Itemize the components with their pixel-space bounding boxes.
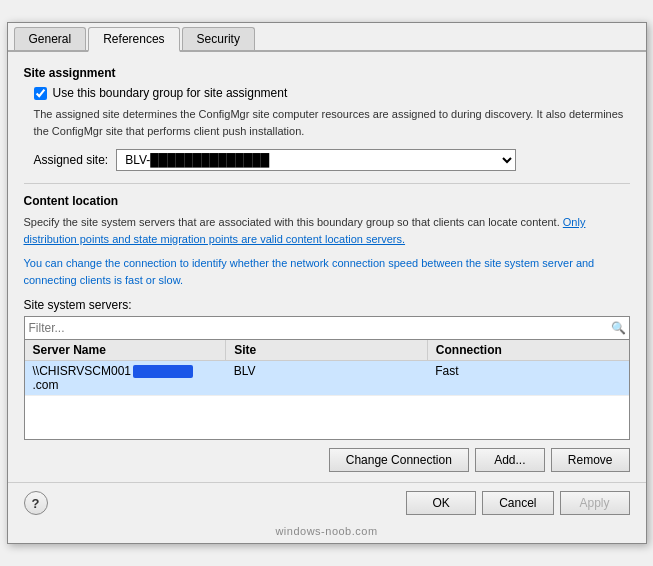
- site-assignment-title: Site assignment: [24, 66, 630, 80]
- site-assignment-label: Use this boundary group for site assignm…: [53, 86, 288, 100]
- bottom-bar: ? OK Cancel Apply: [8, 482, 646, 523]
- col-header-site: Site: [226, 340, 428, 360]
- cell-site: BLV: [226, 361, 427, 395]
- table-buttons: Change Connection Add... Remove: [24, 448, 630, 472]
- tab-bar: General References Security: [8, 23, 646, 52]
- cell-server: \\CHISRVSCM001.com: [25, 361, 226, 395]
- remove-button[interactable]: Remove: [551, 448, 630, 472]
- tab-security[interactable]: Security: [182, 27, 255, 50]
- ok-button[interactable]: OK: [406, 491, 476, 515]
- assigned-site-label: Assigned site:: [34, 153, 109, 167]
- site-system-servers-label: Site system servers:: [24, 298, 630, 312]
- content-area: Site assignment Use this boundary group …: [8, 52, 646, 482]
- search-icon: 🔍: [609, 317, 629, 339]
- site-assignment-checkbox[interactable]: [34, 87, 47, 100]
- apply-button[interactable]: Apply: [560, 491, 630, 515]
- cancel-button[interactable]: Cancel: [482, 491, 553, 515]
- add-button[interactable]: Add...: [475, 448, 545, 472]
- col-header-server: Server Name: [25, 340, 227, 360]
- assigned-site-dropdown[interactable]: BLV-██████████████: [116, 149, 516, 171]
- filter-row: 🔍: [24, 316, 630, 340]
- bottom-right-buttons: OK Cancel Apply: [406, 491, 629, 515]
- help-button[interactable]: ?: [24, 491, 48, 515]
- server-table: Server Name Site Connection \\CHISRVSCM0…: [24, 340, 630, 440]
- change-connection-button[interactable]: Change Connection: [329, 448, 469, 472]
- table-row[interactable]: \\CHISRVSCM001.com BLV Fast: [25, 361, 629, 396]
- content-location-info1: Specify the site system servers that are…: [24, 214, 630, 247]
- filter-input[interactable]: [25, 317, 609, 339]
- divider: [24, 183, 630, 184]
- cell-connection: Fast: [427, 361, 628, 395]
- table-header: Server Name Site Connection: [25, 340, 629, 361]
- tab-references[interactable]: References: [88, 27, 179, 52]
- content-location-info2: You can change the connection to identif…: [24, 255, 630, 288]
- assigned-site-row: Assigned site: BLV-██████████████: [34, 149, 630, 171]
- col-header-connection: Connection: [428, 340, 629, 360]
- assigned-site-dropdown-wrapper: BLV-██████████████: [116, 149, 516, 171]
- checkbox-row: Use this boundary group for site assignm…: [34, 86, 630, 100]
- watermark: windows-noob.com: [8, 523, 646, 543]
- site-assignment-description: The assigned site determines the ConfigM…: [34, 106, 630, 139]
- dialog: General References Security Site assignm…: [7, 22, 647, 544]
- tab-general[interactable]: General: [14, 27, 87, 50]
- content-location-title: Content location: [24, 194, 630, 208]
